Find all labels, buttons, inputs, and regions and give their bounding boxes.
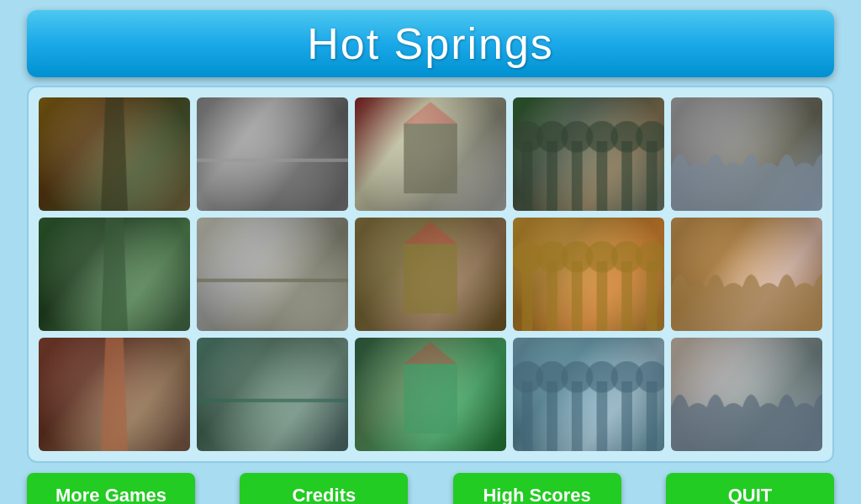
puzzle-thumb-12[interactable]	[355, 338, 506, 451]
puzzle-thumb-10[interactable]	[39, 338, 190, 451]
puzzle-thumb-3[interactable]	[513, 97, 664, 211]
title-bar: Hot Springs	[27, 10, 834, 77]
high-scores-button[interactable]: High Scores	[453, 473, 621, 504]
puzzle-thumb-2[interactable]	[355, 97, 506, 211]
puzzle-thumb-14[interactable]	[671, 338, 822, 451]
puzzle-thumb-7[interactable]	[355, 218, 506, 331]
more-games-button[interactable]: More Games	[27, 473, 195, 504]
puzzle-thumb-9[interactable]	[671, 218, 822, 331]
quit-button[interactable]: QUIT	[666, 473, 834, 504]
credits-button[interactable]: Credits	[240, 473, 408, 504]
puzzle-thumb-1[interactable]	[197, 97, 348, 211]
puzzle-thumb-8[interactable]	[513, 218, 664, 331]
puzzle-thumb-4[interactable]	[671, 97, 822, 211]
page-title: Hot Springs	[27, 18, 834, 69]
bottom-bar: More Games Credits High Scores QUIT	[27, 473, 834, 504]
puzzle-thumb-6[interactable]	[197, 218, 348, 331]
puzzle-thumb-0[interactable]	[39, 97, 190, 211]
image-grid	[27, 86, 834, 463]
puzzle-thumb-5[interactable]	[39, 218, 190, 331]
puzzle-thumb-11[interactable]	[197, 338, 348, 451]
puzzle-thumb-13[interactable]	[513, 338, 664, 451]
